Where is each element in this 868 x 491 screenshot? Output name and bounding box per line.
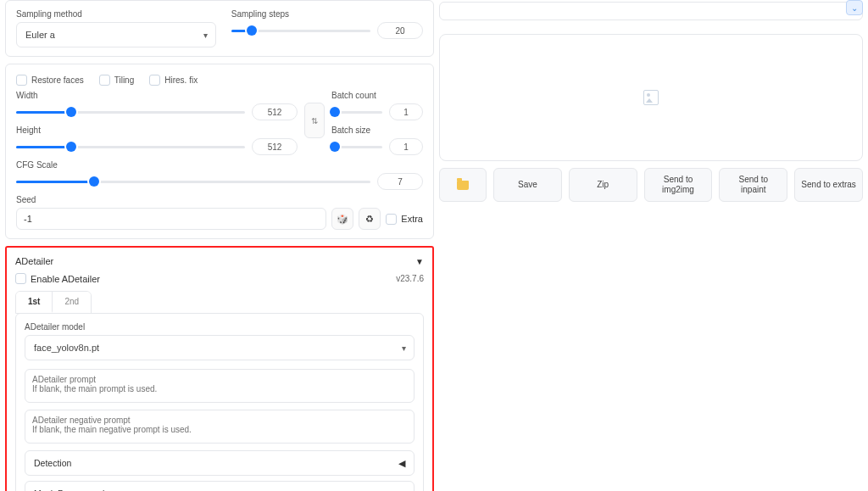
height-slider[interactable] [16,141,245,153]
top-right-card [439,2,863,20]
params-card: Restore faces Tiling Hires. fix Width 51… [5,64,434,239]
cfg-scale-slider[interactable] [16,176,370,187]
caret-left-icon: ◀ [398,458,405,468]
save-button[interactable]: Save [493,168,562,202]
dimensions-swap-button[interactable]: ⇅ [304,103,325,138]
batch-count-label: Batch count [331,91,423,100]
zip-button[interactable]: Zip [569,168,637,202]
adetailer-version: v23.7.6 [396,274,424,283]
sampling-steps-label: Sampling steps [231,9,423,19]
adetailer-model-label: ADetailer model [25,322,415,332]
batch-count-value[interactable]: 1 [389,103,423,120]
image-placeholder-icon [643,90,659,105]
sampling-method-select[interactable]: Euler a [16,22,216,47]
height-value[interactable]: 512 [252,138,298,155]
height-label: Height [16,126,298,135]
top-right-info-button[interactable]: ⌄ [846,0,863,15]
enable-adetailer-checkbox[interactable]: Enable ADetailer [15,273,100,284]
adetailer-negative-prompt-textarea[interactable] [25,410,415,444]
batch-size-label: Batch size [331,126,423,135]
seed-extra-checkbox[interactable]: Extra [386,214,423,225]
sampling-steps-slider[interactable] [231,25,370,36]
adetailer-model-select[interactable]: face_yolov8n.pt [25,335,415,360]
width-slider[interactable] [16,106,245,118]
folder-icon [457,181,469,190]
output-preview [439,34,863,161]
send-to-inpaint-button[interactable]: Send to inpaint [719,168,787,202]
hires-fix-checkbox[interactable]: Hires. fix [149,75,198,86]
batch-size-value[interactable]: 1 [389,138,423,155]
detection-accordion[interactable]: Detection◀ [25,450,415,476]
mask-preprocessing-accordion[interactable]: Mask Preprocessing◀ [25,481,415,491]
cfg-scale-value[interactable]: 7 [377,173,423,190]
adetailer-tab-1st[interactable]: 1st [16,292,53,313]
sampling-steps-value[interactable]: 20 [377,22,423,39]
restore-faces-checkbox[interactable]: Restore faces [16,75,84,86]
seed-input[interactable] [16,208,326,230]
adetailer-tab-2nd[interactable]: 2nd [53,292,91,313]
adetailer-collapse-caret[interactable]: ▼ [415,257,424,266]
sampling-method-label: Sampling method [16,9,216,19]
send-to-img2img-button[interactable]: Send to img2img [644,168,713,202]
open-folder-button[interactable] [439,168,487,202]
adetailer-highlight-box: ADetailer ▼ Enable ADetailer v23.7.6 1st… [5,246,434,491]
tiling-checkbox[interactable]: Tiling [99,75,135,86]
batch-count-slider[interactable] [331,106,382,118]
adetailer-title: ADetailer [15,256,53,266]
width-value[interactable]: 512 [252,103,298,120]
seed-random-button[interactable]: 🎲 [331,208,353,230]
adetailer-prompt-textarea[interactable] [25,369,415,403]
send-to-extras-button[interactable]: Send to extras [794,168,863,202]
width-label: Width [16,91,298,100]
batch-size-slider[interactable] [331,141,382,153]
seed-recycle-button[interactable]: ♻ [359,208,381,230]
cfg-scale-label: CFG Scale [16,160,423,170]
sampling-card: Sampling method Euler a Sampling steps 2… [5,0,434,57]
seed-label: Seed [16,195,423,204]
